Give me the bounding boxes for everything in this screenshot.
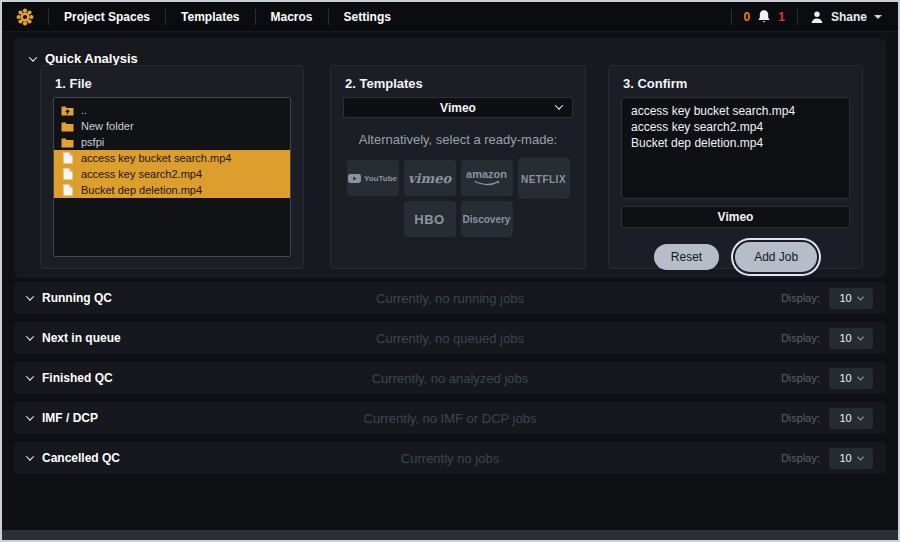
chevron-down-icon [857, 453, 864, 460]
section-title: Finished QC [42, 371, 113, 385]
chevron-down-icon [857, 413, 864, 420]
display-count-value: 10 [839, 292, 851, 304]
templates-panel-title: 2. Templates [343, 74, 573, 97]
brand-label: YouTube [364, 174, 397, 183]
job-section-row[interactable]: Currently no jobs Cancelled QC Display: … [14, 442, 886, 474]
reset-button[interactable]: Reset [654, 244, 719, 270]
templates-panel: 2. Templates Vimeo Alternatively, select… [330, 65, 586, 269]
nav-item-templates[interactable]: Templates [166, 2, 254, 32]
chevron-down-icon [29, 53, 37, 61]
section-empty-text: Currently, no analyzed jobs [14, 371, 886, 386]
notification-count-left: 0 [744, 10, 751, 24]
job-section-row[interactable]: Currently, no running jobs Running QC Di… [14, 282, 886, 314]
chevron-down-icon [555, 101, 563, 109]
file-browser-item[interactable]: access key bucket search.mp4 [54, 150, 290, 166]
display-count-select[interactable]: 10 [829, 448, 873, 469]
brand-button-vimeo[interactable]: vimeo [404, 160, 456, 196]
file-icon [61, 152, 74, 164]
file-browser-item[interactable]: New folder [54, 118, 290, 134]
display-label: Display: [781, 292, 820, 304]
file-browser-item[interactable]: Bucket dep deletion.mp4 [54, 182, 290, 198]
brand-row-1: YouTube vimeo amazon NETFLIX [347, 160, 570, 196]
section-header[interactable]: Running QC [27, 291, 112, 305]
notification-area[interactable]: 0 1 [732, 9, 797, 24]
display-count-select[interactable]: 10 [829, 368, 873, 389]
file-browser-item[interactable]: .. [54, 102, 290, 118]
quick-analysis-header[interactable]: Quick Analysis [14, 38, 886, 66]
job-sections: Currently, no running jobs Running QC Di… [14, 282, 886, 474]
file-item-label: access key search2.mp4 [81, 168, 202, 180]
job-section-row[interactable]: Currently, no IMF or DCP jobs IMF / DCP … [14, 402, 886, 434]
nav-item-settings[interactable]: Settings [329, 2, 406, 32]
section-title: Cancelled QC [42, 451, 120, 465]
section-empty-text: Currently, no running jobs [14, 291, 886, 306]
brand-button-discovery[interactable]: Discovery [461, 201, 513, 237]
nav-item-project-spaces[interactable]: Project Spaces [49, 2, 165, 32]
file-browser-item[interactable]: psfpi [54, 134, 290, 150]
template-select[interactable]: Vimeo [343, 97, 573, 118]
file-item-label: access key bucket search.mp4 [81, 152, 231, 164]
gear-logo-icon [16, 8, 34, 26]
confirm-file-name: access key bucket search.mp4 [631, 103, 840, 119]
confirm-file-name: access key search2.mp4 [631, 119, 840, 135]
file-browser-item[interactable]: access key search2.mp4 [54, 166, 290, 182]
file-item-label: .. [81, 104, 87, 116]
display-count-value: 10 [839, 412, 851, 424]
nav-right-cluster: 0 1 Shane [731, 2, 898, 32]
job-section-row[interactable]: Currently, no queued jobs Next in queue … [14, 322, 886, 354]
section-empty-text: Currently, no queued jobs [14, 331, 886, 346]
confirm-template-box: Vimeo [621, 206, 850, 228]
job-section-row[interactable]: Currently, no analyzed jobs Finished QC … [14, 362, 886, 394]
amazon-smile-icon [473, 180, 501, 187]
display-count-value: 10 [839, 372, 851, 384]
display-label: Display: [781, 452, 820, 464]
chevron-down-icon [874, 15, 882, 19]
section-header[interactable]: IMF / DCP [27, 411, 98, 425]
section-display-controls: Display: 10 [781, 328, 873, 349]
app-logo[interactable] [2, 8, 48, 26]
user-icon [810, 10, 824, 24]
chevron-down-icon [26, 292, 34, 300]
nav-item-macros[interactable]: Macros [256, 2, 328, 32]
brand-button-hbo[interactable]: HBO [404, 201, 456, 237]
file-browser[interactable]: .. New folder [53, 97, 291, 257]
display-count-select[interactable]: 10 [829, 408, 873, 429]
display-count-select[interactable]: 10 [829, 288, 873, 309]
brand-button-amazon[interactable]: amazon [461, 160, 513, 196]
section-header[interactable]: Next in queue [27, 331, 121, 345]
section-title: IMF / DCP [42, 411, 98, 425]
file-item-label: New folder [81, 120, 134, 132]
top-navigation: Project Spaces Templates Macros Settings… [2, 2, 898, 32]
brand-label: vimeo [408, 171, 451, 186]
display-count-select[interactable]: 10 [829, 328, 873, 349]
confirm-file-name: Bucket dep deletion.mp4 [631, 135, 840, 151]
user-name: Shane [831, 10, 867, 24]
file-icon [61, 184, 74, 196]
file-item-label: Bucket dep deletion.mp4 [81, 184, 202, 196]
brand-label: NETFLIX [521, 172, 566, 185]
ready-made-label: Alternatively, select a ready-made: [343, 132, 573, 147]
quick-analysis-panel: Quick Analysis 1. File .. [14, 38, 886, 278]
section-title: Running QC [42, 291, 112, 305]
file-panel-title: 1. File [53, 74, 291, 97]
section-display-controls: Display: 10 [781, 368, 873, 389]
brand-row-2: HBO Discovery [404, 201, 513, 237]
add-job-button[interactable]: Add Job [735, 242, 817, 272]
chevron-down-icon [857, 333, 864, 340]
section-display-controls: Display: 10 [781, 448, 873, 469]
confirm-actions: Reset Add Job [621, 242, 850, 272]
confirm-file-list: access key bucket search.mp4access key s… [621, 97, 850, 199]
file-item-label: psfpi [81, 136, 104, 148]
chevron-down-icon [26, 332, 34, 340]
section-header[interactable]: Finished QC [27, 371, 113, 385]
bell-icon[interactable] [757, 9, 771, 24]
user-menu[interactable]: Shane [798, 10, 898, 24]
chevron-down-icon [857, 373, 864, 380]
folder-up-icon [61, 104, 74, 116]
brand-button-youtube[interactable]: YouTube [347, 160, 399, 196]
display-label: Display: [781, 332, 820, 344]
section-header[interactable]: Cancelled QC [27, 451, 120, 465]
brand-button-netflix[interactable]: NETFLIX [518, 157, 570, 198]
notification-count-right: 1 [778, 10, 785, 24]
template-select-value: Vimeo [440, 101, 476, 115]
